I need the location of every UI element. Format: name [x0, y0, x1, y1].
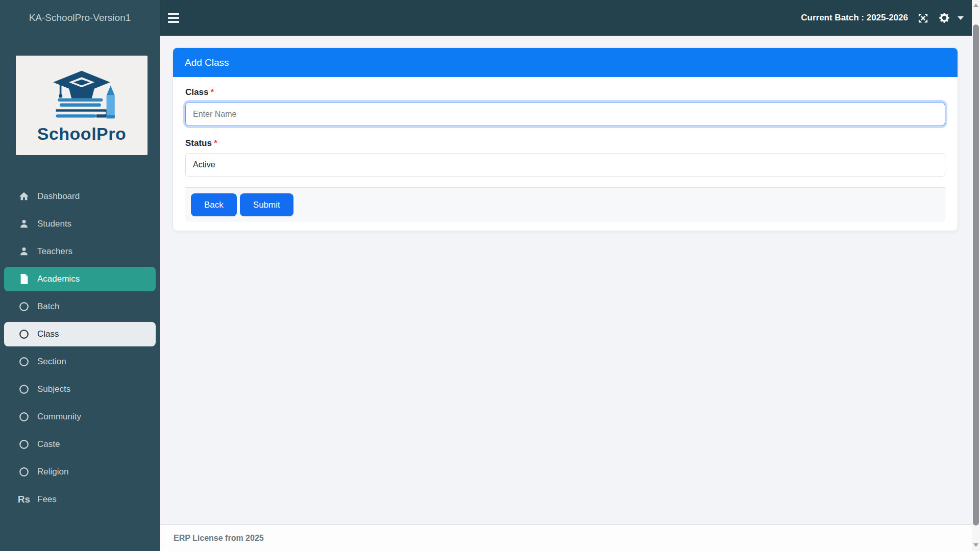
scrollbar-thumb[interactable] [973, 24, 979, 525]
main-content: Add Class Class* Status* Active Back Sub… [160, 36, 972, 551]
sidebar-item-religion[interactable]: Religion [0, 460, 160, 484]
brand-text: KA-SchoolPro-Version1 [29, 12, 131, 23]
card-title: Add Class [185, 57, 229, 68]
home-icon [18, 190, 30, 203]
sidebar-nav: Dashboard Students Teachers Academics Ba [0, 184, 160, 515]
status-select[interactable]: Active [185, 153, 945, 177]
page-scrollbar[interactable] [972, 0, 980, 551]
submit-button[interactable]: Submit [240, 193, 293, 216]
sidebar-item-community[interactable]: Community [0, 405, 160, 429]
class-name-input[interactable] [185, 102, 945, 126]
sidebar-item-label: Subjects [37, 384, 70, 394]
circle-icon [18, 438, 30, 450]
rupee-icon: Rs [18, 493, 30, 506]
settings-gear-icon[interactable] [938, 12, 950, 24]
scrollbar-up-arrow[interactable] [972, 1, 980, 9]
fullscreen-icon[interactable] [917, 12, 929, 24]
form-actions: Back Submit [185, 187, 945, 222]
sidebar-item-label: Batch [37, 302, 59, 312]
circle-icon [18, 300, 30, 313]
license-text: ERP License from 2025 [160, 534, 264, 543]
add-class-card: Add Class Class* Status* Active Back Sub… [173, 47, 958, 231]
sidebar-item-teachers[interactable]: Teachers [0, 239, 160, 264]
required-asterisk: * [214, 138, 217, 148]
sidebar-item-label: Academics [37, 274, 80, 284]
sidebar-item-batch[interactable]: Batch [0, 294, 160, 319]
sidebar-item-fees[interactable]: Rs Fees [0, 487, 160, 512]
topbar: Current Batch : 2025-2026 [160, 0, 972, 36]
sidebar-item-label: Students [37, 219, 71, 229]
menu-toggle-button[interactable] [165, 9, 182, 27]
sidebar-item-label: Teachers [37, 246, 72, 257]
sidebar-item-label: Religion [37, 467, 68, 477]
sidebar-brand: KA-SchoolPro-Version1 [0, 0, 160, 36]
circle-icon [18, 328, 30, 340]
chevron-down-icon[interactable] [958, 16, 964, 20]
person-icon [18, 218, 30, 230]
sidebar-item-subjects[interactable]: Subjects [0, 377, 160, 402]
sidebar-item-label: Fees [37, 494, 57, 505]
schoolpro-logo-graphic [36, 67, 128, 127]
sidebar-item-section[interactable]: Section [0, 349, 160, 374]
sidebar-item-label: Caste [37, 439, 60, 449]
current-batch-label: Current Batch : 2025-2026 [801, 13, 908, 23]
status-field-label: Status* [185, 138, 945, 148]
sidebar-item-label: Class [37, 329, 59, 339]
status-selected-value: Active [193, 160, 215, 169]
circle-icon [18, 411, 30, 423]
person-icon [18, 245, 30, 258]
sidebar-item-caste[interactable]: Caste [0, 432, 160, 457]
file-icon [18, 273, 30, 285]
sidebar-item-class[interactable]: Class [4, 322, 156, 346]
sidebar-item-dashboard[interactable]: Dashboard [0, 184, 160, 209]
sidebar-item-label: Section [37, 357, 66, 367]
scrollbar-down-arrow[interactable] [972, 541, 980, 549]
page-footer: ERP License from 2025 [160, 524, 972, 551]
sidebar-item-students[interactable]: Students [0, 212, 160, 236]
required-asterisk: * [210, 87, 214, 97]
circle-icon [18, 356, 30, 368]
sidebar-item-academics[interactable]: Academics [4, 267, 156, 291]
card-header: Add Class [173, 48, 958, 77]
topbar-right: Current Batch : 2025-2026 [801, 12, 972, 24]
class-field-label: Class* [185, 87, 945, 97]
back-button[interactable]: Back [191, 193, 237, 216]
sidebar-item-label: Community [37, 412, 81, 422]
circle-icon [18, 383, 30, 395]
schoolpro-logo: SchoolPro [16, 56, 148, 155]
logo-wordmark: SchoolPro [37, 124, 127, 144]
sidebar-item-label: Dashboard [37, 191, 80, 202]
card-body: Class* Status* Active Back Submit [173, 77, 958, 231]
sidebar: KA-SchoolPro-Version1 SchoolPro [0, 0, 160, 551]
circle-icon [18, 466, 30, 478]
